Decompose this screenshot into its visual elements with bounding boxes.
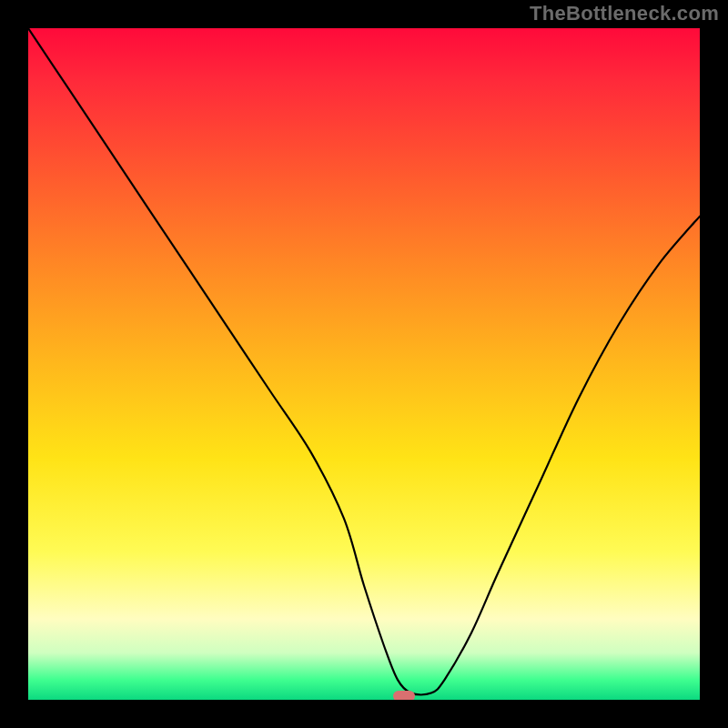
chart-frame: TheBottleneck.com bbox=[0, 0, 728, 728]
optimum-marker bbox=[393, 691, 415, 700]
bottleneck-curve bbox=[28, 28, 700, 700]
plot-area bbox=[28, 28, 700, 700]
watermark-text: TheBottleneck.com bbox=[530, 2, 719, 25]
